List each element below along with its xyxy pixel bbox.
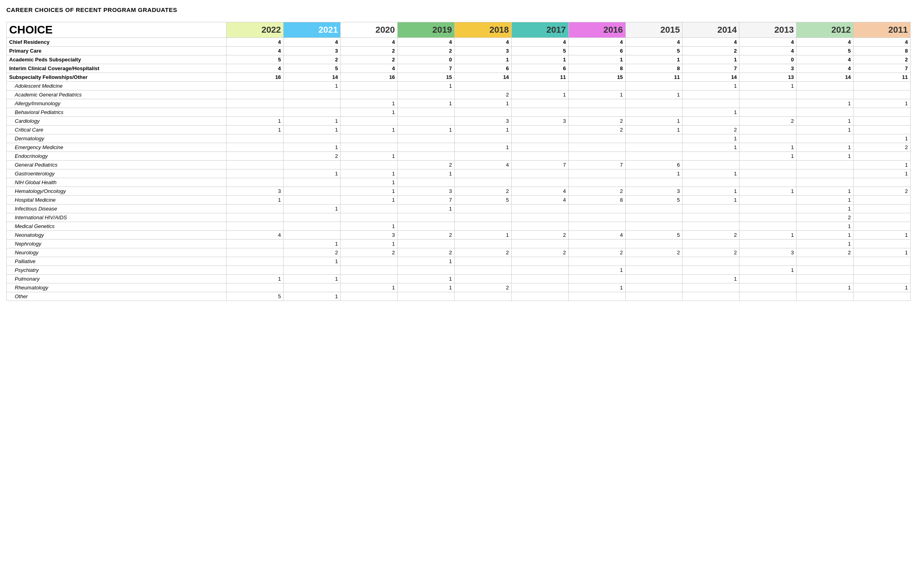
cell-value: 4 xyxy=(454,37,511,46)
cell-value xyxy=(625,204,682,213)
table-row: Allergy/Immunology11111 xyxy=(7,99,911,108)
cell-value xyxy=(682,222,740,230)
cell-value xyxy=(854,239,911,248)
cell-value xyxy=(398,222,455,230)
cell-value: 1 xyxy=(284,257,341,265)
cell-value xyxy=(682,178,740,187)
table-row: Infectious Disease111 xyxy=(7,204,911,213)
cell-value xyxy=(854,108,911,116)
cell-value: 1 xyxy=(625,125,682,134)
cell-value: 2 xyxy=(284,151,341,160)
cell-value xyxy=(227,204,284,213)
cell-value xyxy=(227,160,284,169)
cell-value: 1 xyxy=(854,99,911,108)
cell-value: 2 xyxy=(854,55,911,64)
year-header-2021: 2021 xyxy=(284,22,341,37)
year-header-2022: 2022 xyxy=(227,22,284,37)
cell-value: 1 xyxy=(740,230,797,239)
cell-value xyxy=(511,108,568,116)
cell-value: 8 xyxy=(625,64,682,73)
cell-value: 1 xyxy=(284,143,341,151)
cell-value xyxy=(454,274,511,283)
cell-value: 2 xyxy=(398,160,455,169)
cell-value xyxy=(854,213,911,222)
cell-value: 1 xyxy=(341,187,398,195)
cell-value xyxy=(568,108,625,116)
cell-value: 5 xyxy=(625,195,682,204)
cell-value: 1 xyxy=(454,55,511,64)
cell-value xyxy=(398,265,455,274)
row-label: Hospital Medicine xyxy=(7,195,227,204)
cell-value: 3 xyxy=(284,46,341,55)
cell-value: 3 xyxy=(454,116,511,125)
cell-value xyxy=(284,187,341,195)
cell-value xyxy=(568,143,625,151)
cell-value xyxy=(568,239,625,248)
cell-value xyxy=(682,160,740,169)
cell-value xyxy=(511,125,568,134)
cell-value xyxy=(568,257,625,265)
cell-value: 8 xyxy=(854,46,911,55)
row-label: Adolescent Medicine xyxy=(7,81,227,90)
year-header-2016: 2016 xyxy=(568,22,625,37)
cell-value xyxy=(854,116,911,125)
cell-value xyxy=(568,178,625,187)
cell-value xyxy=(341,134,398,143)
cell-value: 1 xyxy=(740,81,797,90)
cell-value xyxy=(682,292,740,301)
cell-value xyxy=(227,99,284,108)
cell-value: 14 xyxy=(454,73,511,81)
cell-value xyxy=(398,213,455,222)
cell-value xyxy=(854,81,911,90)
cell-value: 1 xyxy=(682,55,740,64)
table-row: Hematology/Oncology31324231112 xyxy=(7,187,911,195)
cell-value xyxy=(454,222,511,230)
cell-value: 2 xyxy=(568,248,625,257)
cell-value xyxy=(454,151,511,160)
cell-value xyxy=(740,222,797,230)
cell-value: 2 xyxy=(398,46,455,55)
cell-value: 1 xyxy=(227,125,284,134)
cell-value xyxy=(398,108,455,116)
cell-value: 1 xyxy=(284,81,341,90)
spacer-row xyxy=(7,18,911,22)
cell-value xyxy=(341,274,398,283)
cell-value: 7 xyxy=(398,195,455,204)
table-row: General Pediatrics247761 xyxy=(7,160,911,169)
cell-value xyxy=(797,108,854,116)
cell-value xyxy=(284,178,341,187)
cell-value: 7 xyxy=(568,160,625,169)
cell-value: 1 xyxy=(341,108,398,116)
row-label: Endocrinology xyxy=(7,151,227,160)
cell-value: 4 xyxy=(511,37,568,46)
cell-value xyxy=(284,213,341,222)
cell-value: 1 xyxy=(398,81,455,90)
cell-value xyxy=(682,265,740,274)
cell-value: 4 xyxy=(284,37,341,46)
cell-value xyxy=(854,125,911,134)
cell-value xyxy=(284,90,341,99)
table-row: Neurology22222222321 xyxy=(7,248,911,257)
cell-value xyxy=(284,222,341,230)
row-label: Behavioral Pediatrics xyxy=(7,108,227,116)
cell-value: 0 xyxy=(740,55,797,64)
cell-value xyxy=(625,257,682,265)
cell-value xyxy=(284,160,341,169)
cell-value: 1 xyxy=(740,143,797,151)
cell-value xyxy=(854,257,911,265)
cell-value: 1 xyxy=(568,265,625,274)
cell-value: 2 xyxy=(740,116,797,125)
cell-value xyxy=(797,274,854,283)
cell-value: 2 xyxy=(682,230,740,239)
cell-value xyxy=(740,257,797,265)
cell-value xyxy=(682,90,740,99)
cell-value xyxy=(625,239,682,248)
cell-value xyxy=(568,204,625,213)
cell-value: 7 xyxy=(511,160,568,169)
row-label: Emergency Medicine xyxy=(7,143,227,151)
cell-value xyxy=(454,292,511,301)
cell-value xyxy=(854,90,911,99)
cell-value: 1 xyxy=(398,274,455,283)
cell-value: 2 xyxy=(284,55,341,64)
cell-value xyxy=(227,169,284,178)
